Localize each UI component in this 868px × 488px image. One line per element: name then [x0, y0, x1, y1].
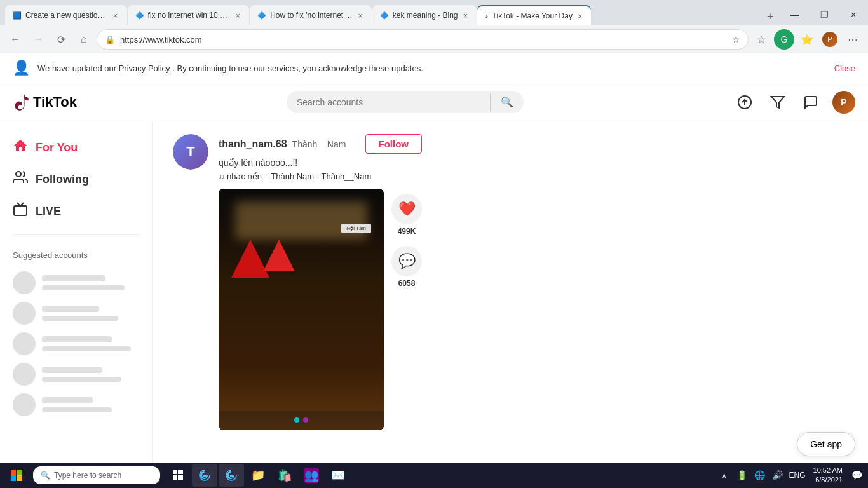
suggested-account-1[interactable] [13, 268, 139, 298]
skeleton-name-5 [42, 397, 93, 403]
taskbar-language[interactable]: ENG [787, 471, 808, 480]
taskbar-explorer[interactable]: 📁 [245, 464, 271, 487]
minimize-button[interactable]: — [780, 4, 810, 25]
user-avatar[interactable]: P [832, 91, 855, 114]
star-icon[interactable]: ☆ [732, 34, 740, 44]
tab5-close[interactable]: × [576, 11, 584, 21]
live-icon [13, 201, 28, 220]
tab1-close[interactable]: × [112, 11, 119, 20]
video-username[interactable]: thanh_nam.68 [219, 139, 287, 150]
header-right: P [733, 91, 855, 114]
suggested-accounts-section: Suggested accounts [0, 243, 152, 420]
video-author-avatar[interactable]: T [173, 134, 208, 170]
address-text: https://www.tiktok.com [120, 35, 727, 44]
sidebar-item-live[interactable]: LIVE [0, 195, 152, 227]
get-app-button[interactable]: Get app [797, 432, 855, 456]
suggested-account-3[interactable] [13, 329, 139, 359]
tiktok-logo[interactable]: TikTok [13, 93, 77, 111]
extensions-icon[interactable]: G [774, 29, 794, 50]
sidebar-item-for-you[interactable]: For You [0, 132, 152, 163]
taskbar-chevron[interactable]: ∧ [715, 464, 733, 487]
message-icon[interactable] [799, 91, 822, 114]
skeleton-avatar-3 [13, 332, 36, 355]
video-actions: ❤️ 499K 💬 6058 [391, 189, 422, 288]
video-progress-dots [294, 417, 308, 423]
tab3-close[interactable]: × [356, 11, 364, 20]
comment-button[interactable]: 💬 [391, 246, 422, 276]
tab4-title: kek meaning - Bing [393, 11, 458, 20]
taskbar-edge-1[interactable] [192, 464, 217, 487]
browser-tab-4[interactable]: 🔷 kek meaning - Bing × [372, 5, 477, 25]
forward-button[interactable]: → [28, 29, 48, 50]
taskbar-mail[interactable]: ✉️ [325, 464, 351, 487]
video-thumbnail[interactable]: Nội Tâm [219, 189, 384, 430]
favorites-icon[interactable]: ⭐ [797, 29, 817, 50]
more-button[interactable]: ⋯ [843, 29, 863, 50]
following-icon [13, 170, 28, 189]
address-bar[interactable]: 🔒 https://www.tiktok.com ☆ [97, 29, 749, 50]
sidebar: For You Following LIVE Suggested account… [0, 121, 153, 488]
edge-icon-2 [225, 469, 238, 482]
search-button[interactable]: 🔍 [491, 91, 524, 113]
browser-chrome: 🟦 Create a new question or sta × 🔷 fix n… [0, 0, 868, 53]
tab2-title: fix no internet win 10 2004 - [148, 11, 231, 20]
home-icon [13, 138, 28, 157]
taskbar-network-icon[interactable]: 🌐 [751, 464, 769, 487]
taskbar-clock[interactable]: 10:52 AM 6/8/2021 [808, 466, 848, 485]
taskbar-teams[interactable]: 👥 [299, 464, 324, 487]
like-button[interactable]: ❤️ [391, 194, 422, 224]
taskbar-date: 6/8/2021 [813, 475, 843, 485]
browser-tab-5[interactable]: ♪ TikTok - Make Your Day × [477, 5, 591, 25]
start-button[interactable] [3, 464, 31, 487]
svg-rect-7 [11, 475, 16, 481]
new-tab-button[interactable]: + [760, 8, 780, 25]
browser-tab-3[interactable]: 🔷 How to fix 'no internet' conn... × [250, 5, 372, 25]
svg-point-3 [16, 172, 21, 177]
taskbar-sound-icon[interactable]: 🔊 [769, 464, 787, 487]
filter-icon[interactable] [766, 91, 789, 114]
tab2-close[interactable]: × [234, 11, 242, 20]
collections-icon[interactable]: ☆ [751, 29, 771, 50]
suggested-account-2[interactable] [13, 298, 139, 329]
taskbar-task-view[interactable] [165, 464, 191, 487]
taskbar-search[interactable]: 🔍 Type here to search [33, 466, 160, 484]
svg-rect-11 [173, 475, 177, 480]
browser-tab-2[interactable]: 🔷 fix no internet win 10 2004 - × [128, 5, 250, 25]
video-music: ♫ nhạc nền – Thành Nam - Thành__Nam [219, 172, 422, 181]
taskbar-apps: 📁 🛍️ 👥 ✉️ [165, 464, 351, 487]
taskbar-edge-2[interactable] [219, 464, 244, 487]
tab4-close[interactable]: × [462, 11, 470, 20]
search-input[interactable] [287, 92, 490, 112]
privacy-close-button[interactable]: Close [834, 64, 855, 73]
suggested-account-4[interactable] [13, 359, 139, 390]
music-text[interactable]: nhạc nền – Thành Nam - Thành__Nam [227, 172, 371, 181]
home-button[interactable]: ⌂ [74, 29, 94, 50]
skeleton-handle-2 [42, 316, 118, 321]
privacy-policy-link[interactable]: Privacy Policy [119, 64, 170, 73]
search-bar[interactable]: 🔍 [287, 91, 524, 113]
maximize-button[interactable]: ❐ [810, 4, 839, 25]
suggested-accounts-title: Suggested accounts [13, 250, 139, 260]
browser-tab-1[interactable]: 🟦 Create a new question or sta × [5, 5, 127, 25]
tab2-favicon: 🔷 [135, 11, 144, 20]
follow-button[interactable]: Follow [365, 134, 423, 154]
sidebar-divider [13, 234, 139, 235]
privacy-banner: 👤 We have updated our Privacy Policy . B… [0, 53, 868, 83]
profile-icon[interactable]: P [820, 29, 840, 50]
svg-rect-4 [14, 206, 27, 215]
svg-rect-9 [173, 470, 177, 474]
upload-icon[interactable] [733, 91, 756, 114]
taskbar-notification[interactable]: 💬 [848, 464, 865, 487]
edge-icon-1 [198, 469, 211, 482]
close-window-button[interactable]: × [839, 4, 868, 25]
video-author-info: thanh_nam.68 Thành__Nam [219, 139, 346, 150]
taskbar-search-icon: 🔍 [41, 471, 50, 480]
taskbar-store[interactable]: 🛍️ [272, 464, 297, 487]
video-display-name: Thành__Nam [292, 139, 346, 149]
explorer-icon: 📁 [251, 468, 265, 482]
back-button[interactable]: ← [5, 29, 25, 50]
suggested-account-5[interactable] [13, 390, 139, 420]
sidebar-item-following[interactable]: Following [0, 163, 152, 195]
reload-button[interactable]: ⟳ [51, 29, 71, 50]
svg-marker-2 [771, 97, 784, 108]
